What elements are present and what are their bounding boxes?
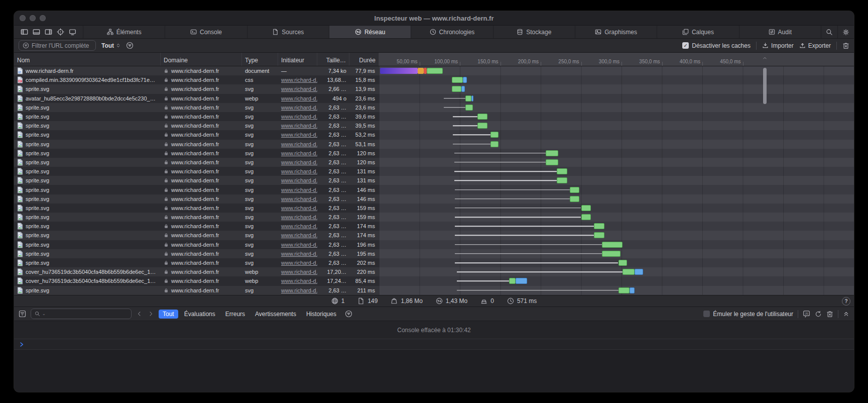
export-button[interactable]: Exporter <box>799 42 831 49</box>
settings-button[interactable] <box>837 26 854 38</box>
table-row[interactable]: sprite.svgwww.richard-dern.frsvgwww.rich… <box>14 194 854 204</box>
resource-initiator[interactable]: www.richard-d… <box>281 132 317 138</box>
table-row[interactable]: avatar_hu85ecc3e298728880b0bde2dcc4e5c23… <box>14 94 854 103</box>
filter-options-button[interactable] <box>126 42 134 49</box>
resource-initiator[interactable]: www.richard-d… <box>281 196 317 202</box>
dock-right-icon[interactable] <box>45 28 52 36</box>
resource-initiator[interactable]: www.richard-d… <box>281 177 317 183</box>
import-button[interactable]: Importer <box>762 42 794 49</box>
show-javascript-bubble-button[interactable]: JS <box>803 310 810 318</box>
column-header-duree[interactable]: Durée <box>349 53 379 66</box>
table-row[interactable]: sprite.svgwww.richard-dern.frsvgwww.rich… <box>14 222 854 231</box>
resource-initiator[interactable]: www.richard-d… <box>281 251 317 257</box>
table-row[interactable]: sprite.svgwww.richard-dern.frsvgwww.rich… <box>14 167 854 176</box>
table-row[interactable]: sprite.svgwww.richard-dern.frsvgwww.rich… <box>14 140 854 149</box>
table-row[interactable]: sprite.svgwww.richard-dern.frsvgwww.rich… <box>14 130 854 139</box>
tab-sources[interactable]: Sources <box>247 26 329 38</box>
disable-caches-toggle[interactable]: ✓ Désactiver les caches <box>682 42 751 49</box>
url-filter-input[interactable]: Filtrer l'URL complète <box>19 40 96 51</box>
tab-console[interactable]: Console <box>165 26 246 38</box>
tab-chronologies[interactable]: Chronologies <box>411 26 492 38</box>
table-row[interactable]: sprite.svgwww.richard-dern.frsvgwww.rich… <box>14 240 854 249</box>
reload-page-button[interactable] <box>815 311 822 318</box>
column-header-type[interactable]: Type <box>242 53 278 66</box>
resource-initiator[interactable]: www.richard-d… <box>281 95 317 102</box>
table-row[interactable]: sprite.svgwww.richard-dern.frsvgwww.rich… <box>14 213 854 222</box>
table-row[interactable]: sprite.svgwww.richard-dern.frsvgwww.rich… <box>14 258 854 267</box>
resource-initiator[interactable]: www.richard-d… <box>281 223 317 229</box>
tab-reseau[interactable]: Réseau <box>329 26 411 38</box>
console-filter-button[interactable] <box>19 310 26 318</box>
table-row[interactable]: www.richard-dern.frwww.richard-dern.frdo… <box>14 66 854 75</box>
console-prompt[interactable] <box>14 339 854 350</box>
table-row[interactable]: sprite.svgwww.richard-dern.frsvgwww.rich… <box>14 112 854 121</box>
device-icon[interactable] <box>69 28 76 36</box>
search-button[interactable] <box>821 26 837 38</box>
inspect-target-icon[interactable] <box>57 28 64 36</box>
resource-initiator[interactable]: www.richard-d… <box>281 287 317 293</box>
resource-initiator[interactable]: www.richard-d… <box>281 269 317 275</box>
console-tab-avertissements[interactable]: Avertissements <box>251 310 300 319</box>
table-row[interactable]: sprite.svgwww.richard-dern.frsvgwww.rich… <box>14 204 854 213</box>
resource-initiator[interactable]: www.richard-d… <box>281 141 317 147</box>
table-row[interactable]: sprite.svgwww.richard-dern.frsvgwww.rich… <box>14 158 854 167</box>
table-row[interactable]: sprite.svgwww.richard-dern.frsvgwww.rich… <box>14 231 854 240</box>
resource-initiator[interactable]: www.richard-d… <box>281 242 317 248</box>
resource-initiator[interactable]: www.richard-d… <box>281 150 317 156</box>
resource-initiator[interactable]: www.richard-d… <box>281 187 317 193</box>
console-tab-historiques[interactable]: Historiques <box>302 310 340 319</box>
resource-initiator[interactable]: www.richard-d… <box>281 105 317 111</box>
table-row[interactable]: sprite.svgwww.richard-dern.frsvgwww.rich… <box>14 149 854 158</box>
tab-elements[interactable]: Éléments <box>83 26 165 38</box>
next-result-button[interactable] <box>148 311 154 317</box>
clear-console-button[interactable] <box>826 311 833 318</box>
resource-initiator[interactable]: www.richard-d… <box>281 77 317 83</box>
console-tab-erreurs[interactable]: Erreurs <box>221 310 249 319</box>
tab-graphismes[interactable]: Graphismes <box>575 26 657 38</box>
resource-initiator[interactable]: www.richard-d… <box>281 214 317 220</box>
table-row[interactable]: sprite.svgwww.richard-dern.frsvgwww.rich… <box>14 249 854 258</box>
table-row[interactable]: sprite.svgwww.richard-dern.frsvgwww.rich… <box>14 103 854 112</box>
resource-initiator[interactable]: www.richard-d… <box>281 205 317 211</box>
console-sessions-button[interactable] <box>345 310 352 318</box>
emulate-user-gesture-checkbox[interactable] <box>703 311 710 317</box>
resource-initiator[interactable]: www.richard-d… <box>281 260 317 266</box>
file-type-icon <box>17 250 23 257</box>
console-tab-tout[interactable]: Tout <box>159 310 178 319</box>
resource-initiator[interactable]: www.richard-d… <box>281 168 317 174</box>
tab-stockage[interactable]: Stockage <box>493 26 575 38</box>
tab-audit[interactable]: Audit <box>739 26 821 38</box>
vertical-scrollbar[interactable] <box>763 68 767 104</box>
expand-console-button[interactable] <box>843 311 849 317</box>
table-row[interactable]: sprite.svgwww.richard-dern.frsvgwww.rich… <box>14 185 854 194</box>
resource-initiator[interactable]: www.richard-d… <box>281 86 317 92</box>
column-header-initiateur[interactable]: Initiateur <box>278 53 317 66</box>
column-header-nom[interactable]: Nom <box>14 53 161 66</box>
dock-bottom-icon[interactable] <box>33 28 40 36</box>
table-row[interactable]: cover_hu736519dc3b5040cfa48b6b559b6de6ec… <box>14 267 854 276</box>
chevron-up-icon[interactable] <box>762 55 768 61</box>
tab-calques[interactable]: Calques <box>657 26 738 38</box>
help-button[interactable]: ? <box>842 297 850 306</box>
console-tab-evaluations[interactable]: Évaluations <box>180 310 219 319</box>
table-row[interactable]: sprite.svgwww.richard-dern.frsvgwww.rich… <box>14 121 854 130</box>
column-header-domaine[interactable]: Domaine <box>161 53 242 66</box>
resource-initiator[interactable]: www.richard-d… <box>281 159 317 165</box>
table-row[interactable]: sprite.svgwww.richard-dern.frsvgwww.rich… <box>14 176 854 185</box>
resource-initiator[interactable]: www.richard-d… <box>281 123 317 129</box>
table-row[interactable]: cover_hu736519dc3b5040cfa48b6b559b6de6ec… <box>14 276 854 285</box>
table-row[interactable]: sprite.svgwww.richard-dern.frsvgwww.rich… <box>14 84 854 93</box>
resource-initiator[interactable]: www.richard-d… <box>281 114 317 120</box>
resource-type-select[interactable]: Tout <box>101 42 120 49</box>
resource-initiator[interactable]: www.richard-d… <box>281 232 317 238</box>
resource-initiator[interactable]: www.richard-d… <box>281 278 317 284</box>
previous-result-button[interactable] <box>136 311 143 317</box>
dock-left-icon[interactable] <box>21 28 28 36</box>
table-row[interactable]: sprite.svgwww.richard-dern.frsvgwww.rich… <box>14 286 854 295</box>
disable-caches-checkbox[interactable]: ✓ <box>682 42 689 49</box>
table-row[interactable]: compiled.min.38390909f303624ed9e1cf1bd3f… <box>14 75 854 84</box>
column-header-taille-[interactable]: Taille… <box>317 53 349 66</box>
clear-network-button[interactable] <box>842 42 849 49</box>
console-search-input[interactable]: ⌄ <box>31 309 132 319</box>
emulate-user-gesture-toggle[interactable]: Émuler le geste de l'utilisateur <box>703 311 793 318</box>
